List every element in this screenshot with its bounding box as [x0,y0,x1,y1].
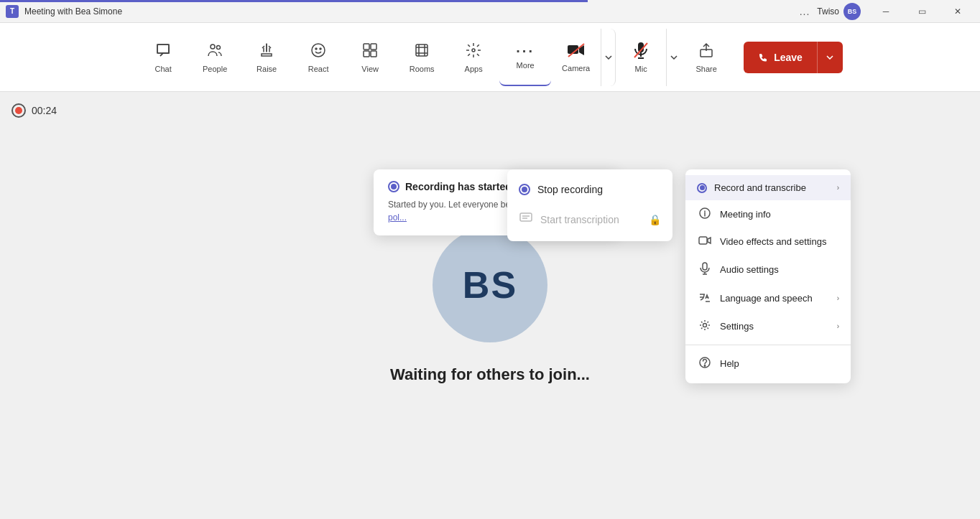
meeting-info-label: Meeting info [720,209,771,220]
people-label: People [203,65,227,73]
svg-marker-24 [708,238,711,243]
language-icon [697,291,713,305]
more-item-settings[interactable]: Settings › [685,312,851,340]
window-title: Meeting with Bea Simone [24,6,122,17]
camera-dropdown-arrow[interactable] [601,29,615,86]
title-bar-right: ... Twiso BS ─ ▭ ✕ [800,0,974,23]
apps-label: Apps [465,65,483,73]
svg-rect-23 [699,237,707,244]
svg-point-30 [704,365,705,366]
leave-button[interactable]: Leave [744,42,843,73]
audio-settings-label: Audio settings [720,264,779,275]
maximize-button[interactable]: ▭ [905,0,938,23]
chat-label: Chat [155,65,172,73]
participant-avatar: BS [433,228,547,342]
svg-rect-0 [157,45,169,53]
rec-circle [11,103,26,118]
popup-radio-icon [388,181,399,192]
title-bar-left: T Meeting with Bea Simone [6,5,122,18]
leave-phone-icon [758,52,769,63]
video-effects-icon [697,235,713,248]
more-item-video-effects[interactable]: Video effects and settings [685,228,851,255]
title-dots: ... [800,6,810,17]
svg-rect-25 [703,263,707,270]
more-menu-divider [685,345,851,345]
language-label: Language and speech [720,293,813,304]
stop-radio-inner [522,187,527,192]
more-item-meeting-info[interactable]: Meeting info [685,200,851,228]
participant-initials: BS [463,263,517,307]
progress-bar [0,0,588,2]
stop-recording-menu: Stop recording Start transcription 🔒 [507,169,672,241]
toolbar-share[interactable]: Share [680,29,732,86]
minimize-button[interactable]: ─ [869,0,902,23]
camera-icon [567,42,586,61]
svg-rect-7 [371,44,376,50]
svg-point-3 [312,44,325,57]
svg-point-1 [211,45,215,49]
more-item-language[interactable]: Language and speech › [685,284,851,312]
camera-main[interactable]: Camera [551,29,601,86]
recording-time: 00:24 [32,105,57,116]
react-icon [310,42,327,62]
svg-point-2 [217,45,221,49]
toolbar-people[interactable]: People [189,29,241,86]
toolbar-react[interactable]: React [292,29,344,86]
recording-indicator: 00:24 [11,103,57,118]
transcription-icon [519,212,533,227]
react-label: React [308,65,329,73]
mic-dropdown-arrow[interactable] [666,29,680,86]
toolbar-raise[interactable]: Raise [241,29,292,86]
raise-icon [258,42,275,62]
video-effects-label: Video effects and settings [720,236,826,247]
apps-icon [465,42,482,62]
title-bar-user: Twiso BS [817,3,861,20]
more-icon: ··· [516,44,535,58]
more-item-record[interactable]: Record and transcribe › [685,175,851,200]
toolbar-chat[interactable]: Chat [137,29,189,86]
svg-point-28 [703,324,707,327]
record-radio-inner [700,185,705,190]
toolbar-apps[interactable]: Apps [448,29,499,86]
popup-radio-inner [391,184,397,190]
username-label: Twiso [817,6,839,17]
svg-point-5 [320,48,321,50]
minimize-icon: ─ [883,6,889,17]
close-button[interactable]: ✕ [941,0,974,23]
leave-main-area[interactable]: Leave [744,52,817,63]
svg-rect-10 [416,45,427,56]
toolbar-camera[interactable]: Camera [551,29,616,86]
mic-main[interactable]: Mic [616,29,666,86]
user-avatar: BS [843,3,861,20]
rec-dot [15,107,22,114]
camera-label: Camera [562,64,590,73]
start-transcription-label: Start transcription [540,214,619,225]
toolbar-mic[interactable]: Mic [616,29,680,86]
meeting-info-icon [697,207,713,221]
mic-icon [633,42,649,62]
record-chevron-icon: › [837,184,839,192]
toolbar-more[interactable]: ··· More [499,29,551,86]
title-bar: T Meeting with Bea Simone ... Twiso BS ─… [0,0,980,23]
toolbar-rooms[interactable]: Rooms [396,29,448,86]
avatar-container: BS Waiting for others to join... [390,228,590,384]
settings-icon [697,319,713,333]
user-initials: BS [848,8,857,15]
people-icon [206,42,223,62]
start-transcription-item[interactable]: Start transcription 🔒 [507,204,672,235]
stop-recording-item[interactable]: Stop recording [507,175,672,204]
rooms-icon [413,42,430,62]
more-item-audio[interactable]: Audio settings [685,255,851,284]
svg-point-4 [315,48,317,50]
mic-label: Mic [635,65,647,73]
toolbar-view[interactable]: View [344,29,396,86]
more-item-help[interactable]: Help [685,350,851,378]
toolbar: Chat People Raise [0,23,980,92]
main-content: 00:24 BS Waiting for others to join... R… [0,92,980,519]
raise-label: Raise [256,65,277,73]
audio-settings-icon [697,262,713,277]
leave-dropdown-arrow[interactable] [817,42,843,73]
view-icon [361,42,379,62]
view-label: View [361,65,379,73]
lock-icon: 🔒 [649,214,661,225]
